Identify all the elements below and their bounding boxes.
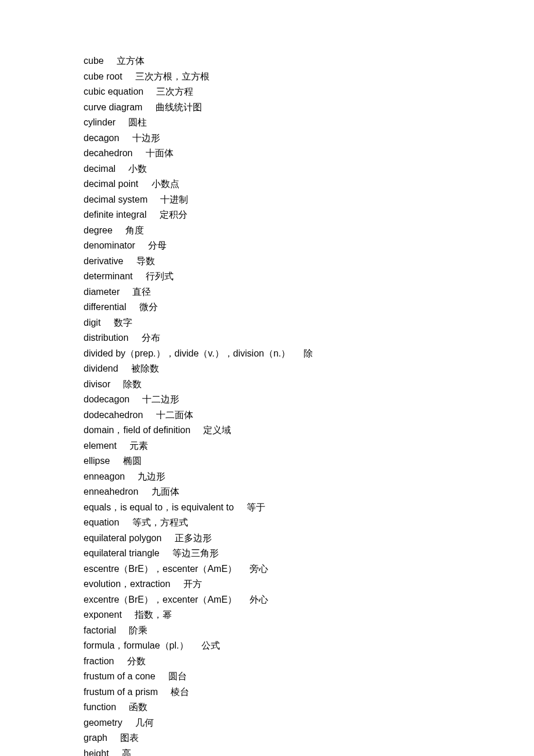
separator bbox=[114, 656, 127, 666]
definition-text: 等边三角形 bbox=[172, 548, 219, 558]
separator bbox=[142, 102, 155, 112]
definition-text: 定义域 bbox=[203, 425, 231, 435]
definition-text: 棱台 bbox=[171, 687, 189, 697]
glossary-line: exponent 指数，幂 bbox=[84, 607, 534, 623]
separator bbox=[128, 333, 141, 343]
separator bbox=[110, 456, 122, 466]
definition-text: 图表 bbox=[120, 733, 139, 743]
definition-text: 等式，方程式 bbox=[132, 517, 188, 527]
glossary-line: determinant 行列式 bbox=[84, 269, 534, 285]
separator bbox=[107, 733, 120, 743]
glossary-line: decimal system 十进制 bbox=[84, 192, 534, 208]
term-text: evolution，extraction bbox=[84, 579, 170, 589]
term-text: fraction bbox=[84, 656, 114, 666]
glossary-line: frustum of a prism 棱台 bbox=[84, 685, 534, 700]
term-text: decimal bbox=[84, 164, 116, 174]
term-text: height bbox=[84, 748, 109, 757]
separator bbox=[234, 502, 247, 512]
separator bbox=[189, 640, 201, 650]
term-text: element bbox=[84, 441, 117, 451]
definition-text: 角度 bbox=[125, 225, 144, 235]
glossary-line: definite integral 定积分 bbox=[84, 207, 534, 223]
definition-text: 数字 bbox=[114, 318, 132, 327]
glossary-line: fraction 分数 bbox=[84, 654, 534, 669]
glossary-line: dodecagon 十二边形 bbox=[84, 392, 534, 408]
term-text: digit bbox=[84, 318, 100, 327]
separator bbox=[125, 471, 138, 481]
separator bbox=[118, 363, 131, 373]
term-text: decimal system bbox=[84, 195, 147, 204]
glossary-line: distribution 分布 bbox=[84, 330, 534, 346]
definition-text: 分布 bbox=[142, 333, 160, 343]
term-text: decimal point bbox=[84, 179, 138, 189]
glossary-line: equilateral triangle 等边三角形 bbox=[84, 546, 534, 561]
term-text: degree bbox=[84, 225, 113, 235]
term-text: excentre（BrE），excenter（AmE） bbox=[84, 595, 237, 604]
glossary-line: degree 角度 bbox=[84, 223, 534, 239]
term-text: geometry bbox=[84, 718, 122, 728]
definition-text: 三次方根，立方根 bbox=[135, 71, 210, 81]
term-text: domain，field of definition bbox=[84, 425, 190, 435]
glossary-line: cubic equation 三次方程 bbox=[84, 84, 534, 100]
glossary-line: derivative 导数 bbox=[84, 254, 534, 269]
term-text: graph bbox=[84, 733, 107, 743]
definition-text: 十进制 bbox=[160, 195, 188, 204]
separator bbox=[138, 487, 151, 496]
term-text: dodecagon bbox=[84, 394, 129, 404]
glossary-line: formula，formulae（pl.） 公式 bbox=[84, 638, 534, 654]
definition-text: 立方体 bbox=[117, 56, 145, 66]
definition-text: 十二边形 bbox=[142, 394, 179, 404]
glossary-line: differential 微分 bbox=[84, 300, 534, 315]
term-text: enneahedron bbox=[84, 487, 138, 496]
term-text: ellipse bbox=[84, 456, 110, 466]
glossary-line: digit 数字 bbox=[84, 315, 534, 331]
term-text: decagon bbox=[84, 133, 119, 143]
glossary-line: divided by（prep.），divide（v.），division（n.… bbox=[84, 346, 534, 362]
glossary-line: domain，field of definition 定义域 bbox=[84, 423, 534, 438]
separator bbox=[117, 441, 129, 451]
separator bbox=[127, 302, 139, 312]
separator bbox=[147, 195, 160, 204]
glossary-line: decimal point 小数点 bbox=[84, 177, 534, 192]
definition-text: 十边形 bbox=[132, 133, 160, 143]
definition-text: 三次方程 bbox=[156, 87, 193, 96]
separator bbox=[143, 410, 156, 420]
definition-text: 高 bbox=[122, 748, 131, 757]
separator bbox=[160, 548, 172, 558]
separator bbox=[237, 595, 250, 604]
definition-text: 开方 bbox=[183, 579, 202, 589]
separator bbox=[143, 87, 156, 96]
definition-text: 十面体 bbox=[146, 148, 174, 158]
glossary-line: curve diagram 曲线统计图 bbox=[84, 100, 534, 116]
separator bbox=[113, 225, 125, 235]
term-text: exponent bbox=[84, 610, 122, 620]
glossary-line: dodecahedron 十二面体 bbox=[84, 408, 534, 423]
term-text: derivative bbox=[84, 256, 123, 266]
separator bbox=[129, 394, 142, 404]
separator bbox=[122, 718, 135, 728]
separator bbox=[109, 748, 122, 757]
separator bbox=[116, 702, 129, 712]
separator bbox=[119, 517, 132, 527]
definition-text: 直径 bbox=[132, 287, 151, 297]
separator bbox=[170, 579, 183, 589]
definition-text: 定积分 bbox=[160, 210, 187, 219]
term-text: cubic equation bbox=[84, 87, 143, 96]
glossary-line: graph 图表 bbox=[84, 730, 534, 746]
glossary-line: cube 立方体 bbox=[84, 53, 534, 69]
separator bbox=[158, 687, 171, 697]
separator bbox=[237, 564, 250, 574]
separator bbox=[133, 148, 146, 158]
term-text: diameter bbox=[84, 287, 120, 297]
separator bbox=[156, 671, 168, 681]
term-text: distribution bbox=[84, 333, 128, 343]
term-text: formula，formulae（pl.） bbox=[84, 640, 189, 650]
separator bbox=[161, 533, 174, 543]
separator bbox=[116, 625, 129, 635]
separator bbox=[110, 379, 123, 389]
glossary-line: enneagon 九边形 bbox=[84, 469, 534, 485]
term-text: equals，is equal to，is equivalent to bbox=[84, 502, 234, 512]
definition-text: 分母 bbox=[148, 240, 167, 250]
separator bbox=[120, 287, 132, 297]
definition-text: 圆柱 bbox=[128, 117, 147, 127]
